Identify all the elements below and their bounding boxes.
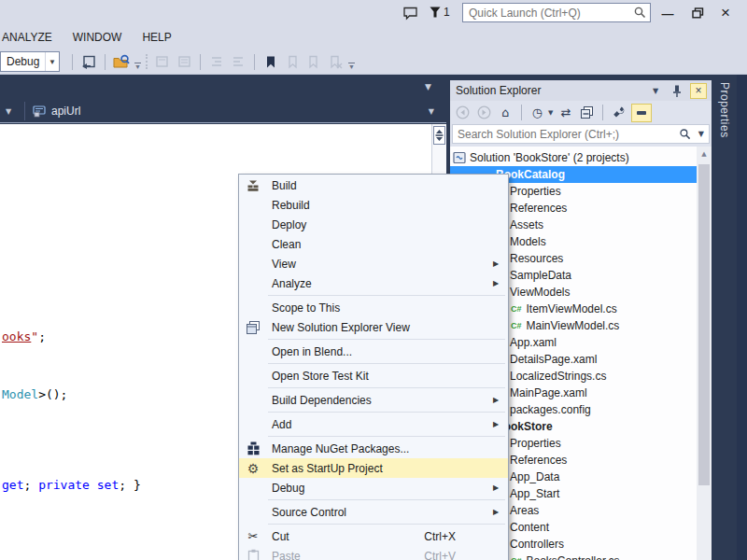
current-member-label: apiUrl	[51, 105, 80, 118]
submenu-arrow-icon: ▶	[493, 396, 506, 404]
solution-configurations-dropdown[interactable]: Debug ▼	[0, 51, 60, 72]
shortcut-label: Ctrl+V	[424, 550, 493, 560]
menu-item-deploy[interactable]: Deploy	[239, 215, 508, 234]
menu-item-open-store-test-kit[interactable]: Open Store Test Kit	[239, 366, 508, 385]
menu-item-rebuild[interactable]: Rebuild	[239, 195, 508, 215]
toggle-bookmark-icon[interactable]	[262, 53, 279, 70]
project-context-menu: Build Rebuild Deploy Clean View▶ Analyze…	[238, 174, 509, 560]
menu-item-set-as-startup-project[interactable]: ⚙ Set as StartUp Project	[239, 458, 508, 478]
search-solution-explorer-input[interactable]	[452, 124, 710, 144]
new-solution-explorer-view-icon	[239, 320, 267, 335]
nuget-icon	[239, 441, 267, 455]
menu-item-cut[interactable]: ✂ Cut Ctrl+X	[239, 526, 508, 546]
preview-icon	[637, 111, 646, 115]
menu-separator	[268, 499, 505, 500]
solution-explorer-search: ▼	[450, 124, 712, 147]
tree-item-solution[interactable]: Solution 'BookStore' (2 projects)	[450, 149, 697, 166]
menu-separator	[268, 363, 505, 364]
panel-title: Solution Explorer	[456, 84, 541, 97]
dock-strip-shade	[737, 75, 747, 560]
menu-bar: ANALYZE WINDOW HELP	[0, 26, 747, 49]
build-icon	[239, 178, 267, 193]
notification-count: 1	[444, 6, 450, 19]
standard-toolbar: Debug ▼ ▼	[0, 49, 747, 75]
menu-item-add[interactable]: Add▶	[239, 414, 508, 434]
search-icon[interactable]	[679, 128, 691, 140]
scroll-up-icon[interactable]: ▲	[697, 147, 712, 161]
menu-item-open-in-blend[interactable]: Open in Blend...	[239, 342, 508, 361]
menu-separator	[268, 387, 505, 388]
tab-overflow-icon[interactable]: ▼	[425, 82, 431, 91]
minimize-button[interactable]: —	[655, 3, 680, 23]
chevron-down-icon[interactable]: ▼	[548, 109, 553, 117]
toolbar-grip[interactable]	[146, 54, 149, 69]
quick-launch-input[interactable]	[462, 3, 651, 22]
pending-changes-filter-icon[interactable]: ◷	[529, 104, 546, 121]
submenu-arrow-icon: ▶	[493, 508, 506, 516]
properties-wrench-icon[interactable]	[610, 104, 627, 121]
close-button[interactable]: ×	[713, 3, 738, 23]
toolbar-separator	[602, 105, 603, 120]
menu-item-debug[interactable]: Debug▶	[239, 478, 508, 497]
toolbar-separator	[200, 54, 201, 70]
shortcut-label: Ctrl+X	[424, 530, 493, 543]
home-icon[interactable]: ⌂	[497, 104, 514, 121]
submenu-arrow-icon: ▶	[493, 483, 506, 492]
csharp-file-icon: C#	[511, 317, 522, 334]
menu-item-manage-nuget-packages[interactable]: Manage NuGet Packages...	[239, 439, 508, 458]
notifications-button[interactable]: 1	[429, 6, 450, 19]
quick-launch-box[interactable]	[462, 3, 651, 22]
menu-item-view[interactable]: View▶	[239, 254, 508, 273]
window-position-icon[interactable]: ▼	[647, 83, 664, 99]
scrollbar-thumb[interactable]	[698, 164, 710, 485]
solution-explorer-toolbar: ⌂ ◷ ▼ ⇄	[450, 101, 712, 124]
menu-item-clean[interactable]: Clean	[239, 234, 508, 254]
toolbar-separator	[105, 54, 106, 70]
splitter-handle[interactable]	[433, 126, 445, 145]
gear-icon: ⚙	[247, 461, 260, 476]
tab-properties[interactable]: Properties	[718, 82, 731, 138]
private-field-icon	[33, 105, 46, 118]
csharp-file-icon: C#	[511, 301, 522, 317]
forward-icon	[475, 104, 493, 121]
solution-explorer-title-bar[interactable]: Solution Explorer ▼ ×	[450, 80, 712, 101]
find-in-files-icon[interactable]	[113, 53, 130, 70]
menu-item-new-solution-explorer-view[interactable]: New Solution Explorer View	[239, 317, 508, 337]
submenu-arrow-icon: ▶	[493, 420, 506, 428]
toolbar-options-icon[interactable]: ▼	[134, 53, 141, 70]
solution-explorer-scrollbar[interactable]: ▲	[697, 147, 712, 560]
types-dropdown[interactable]: ▼	[0, 102, 25, 120]
editor-navigation-bar: ▼ apiUrl ▼	[0, 100, 446, 123]
menu-item-source-control[interactable]: Source Control▶	[239, 502, 508, 522]
attach-to-process-icon[interactable]	[80, 53, 97, 70]
code-line: ooks";	[2, 329, 46, 343]
chevron-down-icon[interactable]: ▼	[698, 130, 704, 138]
menu-item-build-dependencies[interactable]: Build Dependencies▶	[239, 390, 508, 410]
preview-selected-items-toggle[interactable]	[631, 104, 652, 122]
collapse-all-icon[interactable]	[578, 104, 596, 121]
members-dropdown[interactable]: apiUrl ▼	[29, 102, 440, 120]
menu-item-scope-to-this[interactable]: Scope to This	[239, 298, 508, 317]
restore-button[interactable]	[685, 3, 710, 23]
menu-separator	[268, 295, 505, 296]
title-bar: 1 — ×	[0, 0, 747, 26]
menu-help[interactable]: HELP	[132, 27, 181, 48]
menu-item-paste: Paste Ctrl+V	[239, 546, 508, 560]
csharp-file-icon: C#	[511, 553, 522, 560]
close-panel-button[interactable]: ×	[690, 83, 707, 99]
menu-analyze[interactable]: ANALYZE	[0, 27, 63, 48]
menu-item-analyze[interactable]: Analyze▶	[239, 273, 508, 293]
back-icon	[454, 104, 472, 121]
feedback-icon[interactable]	[402, 6, 418, 21]
chevron-down-icon: ▼	[45, 52, 59, 71]
menu-window[interactable]: WINDOW	[63, 27, 133, 48]
pin-icon[interactable]	[669, 83, 685, 99]
code-line: get; private set; }	[2, 478, 141, 492]
split-arrows-icon	[435, 130, 444, 141]
menu-item-build[interactable]: Build	[239, 175, 508, 195]
toolbar-options-icon[interactable]: ▼	[348, 53, 355, 70]
right-dock-strip: Properties	[712, 75, 747, 560]
clear-bookmarks-icon	[327, 53, 344, 70]
sync-with-active-document-icon[interactable]: ⇄	[557, 104, 574, 121]
navigate-backward-icon	[154, 53, 171, 70]
